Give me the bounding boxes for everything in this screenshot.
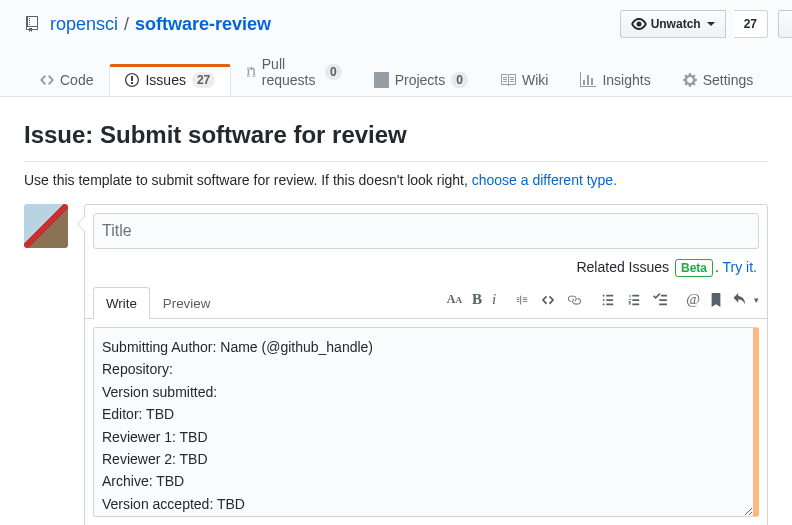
form-box: Related Issues Beta. Try it. Write Previ…	[84, 204, 768, 525]
code-icon-tb[interactable]	[540, 293, 556, 307]
tab-insights-label: Insights	[602, 72, 650, 88]
tab-issues[interactable]: Issues 27	[109, 64, 231, 96]
repo-title: ropensci / software-review	[24, 14, 271, 35]
md-toolbar: AA B i @	[447, 291, 759, 314]
write-tab[interactable]: Write	[93, 287, 150, 319]
watch-group: Unwatch 27	[620, 10, 768, 38]
avatar[interactable]	[24, 204, 68, 248]
tab-wiki-label: Wiki	[522, 72, 548, 88]
desc-text: Use this template to submit software for…	[24, 172, 472, 188]
link-icon[interactable]	[566, 293, 582, 307]
tab-settings[interactable]: Settings	[667, 64, 770, 96]
preview-tab[interactable]: Preview	[150, 287, 223, 319]
page-title: Issue: Submit software for review	[24, 121, 768, 162]
template-description: Use this template to submit software for…	[24, 172, 768, 188]
issue-body-textarea[interactable]	[93, 327, 759, 517]
projects-count: 0	[451, 72, 468, 88]
mention-icon[interactable]: @	[686, 291, 700, 308]
pulls-count: 0	[325, 64, 342, 80]
repo-name-link[interactable]: software-review	[135, 14, 271, 35]
caret-icon	[707, 22, 715, 30]
tab-insights[interactable]: Insights	[564, 64, 666, 96]
watch-count[interactable]: 27	[734, 10, 768, 38]
code-icon	[40, 72, 54, 88]
tab-projects[interactable]: Projects 0	[358, 64, 484, 96]
gear-icon	[683, 72, 697, 88]
project-icon	[374, 72, 389, 88]
unwatch-label: Unwatch	[651, 14, 701, 34]
reply-caret-icon[interactable]: ▾	[754, 295, 759, 305]
title-input[interactable]	[93, 213, 759, 249]
choose-template-link[interactable]: choose a different type.	[472, 172, 617, 188]
issue-form: Related Issues Beta. Try it. Write Previ…	[24, 204, 768, 525]
tab-settings-label: Settings	[703, 72, 754, 88]
graph-icon	[580, 72, 596, 88]
eye-icon	[631, 16, 647, 32]
editor-tabs: Write Preview	[93, 287, 223, 318]
quote-icon[interactable]	[514, 293, 530, 307]
repo-sep: /	[124, 14, 129, 35]
text-size-icon[interactable]: AA	[447, 292, 462, 307]
beta-badge: Beta	[675, 259, 713, 277]
ul-icon[interactable]	[600, 293, 616, 307]
related-label: Related Issues	[576, 259, 669, 275]
repo-tabs: Code Issues 27 Pull requests 0 Projects …	[0, 38, 792, 97]
unwatch-button[interactable]: Unwatch	[620, 10, 726, 38]
bookmark-icon[interactable]	[710, 293, 722, 307]
ol-icon[interactable]	[626, 293, 642, 307]
issue-icon	[125, 72, 139, 88]
tab-code[interactable]: Code	[24, 64, 109, 96]
pr-icon	[247, 64, 255, 80]
tab-issues-label: Issues	[145, 72, 185, 88]
related-dot: .	[715, 259, 723, 275]
tab-pulls-label: Pull requests	[262, 56, 319, 88]
tab-pulls[interactable]: Pull requests 0	[231, 48, 357, 96]
truncated-button[interactable]	[778, 10, 792, 38]
repo-icon	[24, 16, 40, 32]
reply-icon[interactable]	[732, 293, 748, 307]
try-it-link[interactable]: Try it.	[723, 259, 757, 275]
repo-header: ropensci / software-review Unwatch 27	[0, 0, 792, 38]
editor-tabs-row: Write Preview AA B i	[85, 287, 767, 319]
content-area: Issue: Submit software for review Use th…	[0, 97, 792, 525]
related-issues: Related Issues Beta. Try it.	[95, 259, 757, 277]
tasklist-icon[interactable]	[652, 293, 668, 307]
repo-owner-link[interactable]: ropensci	[50, 14, 118, 35]
book-icon	[500, 72, 516, 88]
tab-code-label: Code	[60, 72, 93, 88]
bold-icon[interactable]: B	[472, 291, 482, 308]
tab-wiki[interactable]: Wiki	[484, 64, 564, 96]
tab-projects-label: Projects	[395, 72, 446, 88]
italic-icon[interactable]: i	[492, 291, 496, 308]
issues-count: 27	[192, 72, 215, 88]
